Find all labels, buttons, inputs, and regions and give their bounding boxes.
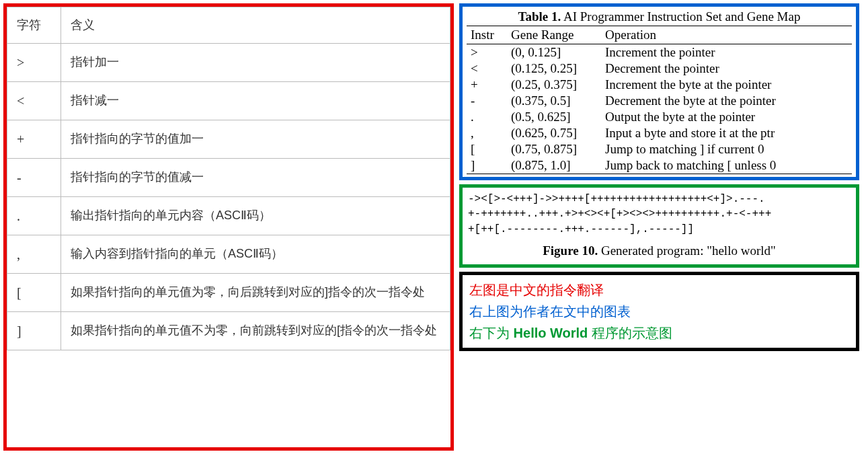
instr-cell: .: [467, 109, 507, 125]
meaning-cell: 输出指针指向的单元内容（ASCⅡ码）: [61, 196, 450, 235]
symbol-cell: >: [7, 43, 61, 81]
range-cell: (0.5, 0.625]: [507, 109, 601, 125]
instr-cell: [: [467, 141, 507, 157]
range-cell: (0.375, 0.5]: [507, 93, 601, 109]
green-figure-caption: Figure 10. Generated program: "hello wor…: [468, 242, 851, 260]
left-col1-header: 字符: [7, 7, 61, 44]
table-row: <指针减一: [7, 81, 450, 120]
table-row: +(0.25, 0.375]Increment the byte at the …: [467, 77, 852, 93]
meaning-cell: 输入内容到指针指向的单元（ASCⅡ码）: [61, 235, 450, 273]
op-cell: Decrement the pointer: [601, 61, 852, 77]
range-cell: (0.25, 0.375]: [507, 77, 601, 93]
table-row: -(0.375, 0.5]Decrement the byte at the p…: [467, 93, 852, 109]
op-cell: Increment the pointer: [601, 44, 852, 61]
blue-title-rest: AI Programmer Instruction Set and Gene M…: [561, 9, 800, 24]
instr-cell: -: [467, 93, 507, 109]
symbol-cell: ,: [7, 235, 61, 273]
table-row: >指针加一: [7, 43, 450, 81]
op-cell: Jump to matching ] if current 0: [601, 141, 852, 157]
green-caption-rest: Generated program: "hello world": [598, 243, 776, 258]
table-row: [如果指针指向的单元值为零，向后跳转到对应的]指令的次一指令处: [7, 273, 450, 311]
legend-blue-line: 右上图为作者在文中的图表: [469, 301, 849, 322]
op-cell: Jump back to matching [ unless 0: [601, 157, 852, 174]
meaning-cell: 如果指针指向的单元值为零，向后跳转到对应的]指令的次一指令处: [61, 273, 450, 311]
op-cell: Output the byte at the pointer: [601, 109, 852, 125]
op-cell: Increment the byte at the pointer: [601, 77, 852, 93]
legend-green-line: 右下为 Hello World 程序的示意图: [469, 322, 849, 344]
chinese-instruction-table: 字符 含义 >指针加一 <指针减一 +指针指向的字节的值加一 -指针指向的字节的…: [7, 7, 450, 350]
legend-green-suffix: 程序的示意图: [588, 326, 672, 340]
instr-cell: >: [467, 44, 507, 61]
gene-col1-header: Instr: [467, 26, 507, 44]
gene-map-table: Instr Gene Range Operation >(0, 0.125]In…: [467, 26, 852, 174]
left-red-panel: 字符 含义 >指针加一 <指针减一 +指针指向的字节的值加一 -指针指向的字节的…: [3, 3, 454, 451]
symbol-cell: +: [7, 120, 61, 158]
range-cell: (0, 0.125]: [507, 44, 601, 61]
table-row: ,输入内容到指针指向的单元（ASCⅡ码）: [7, 235, 450, 273]
range-cell: (0.875, 1.0]: [507, 157, 601, 174]
table-row: .输出指针指向的单元内容（ASCⅡ码）: [7, 196, 450, 235]
range-cell: (0.625, 0.75]: [507, 125, 601, 141]
instr-cell: <: [467, 61, 507, 77]
meaning-cell: 指针指向的字节的值减一: [61, 158, 450, 196]
symbol-cell: .: [7, 196, 61, 235]
symbol-cell: -: [7, 158, 61, 196]
instr-cell: ,: [467, 125, 507, 141]
instr-cell: ]: [467, 157, 507, 174]
green-code-panel: -><[>-<+++]->>++++[++++++++++++++++++<+]…: [459, 184, 859, 268]
blue-table-title: Table 1. AI Programmer Instruction Set a…: [467, 7, 852, 26]
meaning-cell: 指针减一: [61, 81, 450, 120]
gene-col2-header: Gene Range: [507, 26, 601, 44]
symbol-cell: <: [7, 81, 61, 120]
instr-cell: +: [467, 77, 507, 93]
meaning-cell: 指针加一: [61, 43, 450, 81]
code-line: +-+++++++..+++.+>+<><+[+><><>++++++++++.…: [468, 206, 851, 221]
symbol-cell: ]: [7, 311, 61, 350]
code-line: -><[>-<+++]->>++++[++++++++++++++++++<+]…: [468, 192, 851, 206]
table-row: +指针指向的字节的值加一: [7, 120, 450, 158]
gene-col3-header: Operation: [601, 26, 852, 44]
blue-title-bold: Table 1.: [518, 9, 561, 24]
blue-table-panel: Table 1. AI Programmer Instruction Set a…: [459, 3, 859, 180]
legend-green-bold: Hello World: [514, 326, 588, 340]
table-row: .(0.5, 0.625]Output the byte at the poin…: [467, 109, 852, 125]
op-cell: Decrement the byte at the pointer: [601, 93, 852, 109]
blue-bottom-rule: [467, 174, 852, 174]
table-row: ,(0.625, 0.75]Input a byte and store it …: [467, 125, 852, 141]
legend-green-prefix: 右下为: [469, 326, 514, 340]
table-row: -指针指向的字节的值减一: [7, 158, 450, 196]
table-row: ](0.875, 1.0]Jump back to matching [ unl…: [467, 157, 852, 174]
legend-red-line: 左图是中文的指令翻译: [469, 279, 849, 301]
meaning-cell: 如果指针指向的单元值不为零，向前跳转到对应的[指令的次一指令处: [61, 311, 450, 350]
op-cell: Input a byte and store it at the ptr: [601, 125, 852, 141]
green-caption-bold: Figure 10.: [543, 243, 598, 258]
symbol-cell: [: [7, 273, 61, 311]
table-row: >(0, 0.125]Increment the pointer: [467, 44, 852, 61]
table-row: <(0.125, 0.25]Decrement the pointer: [467, 61, 852, 77]
table-row: ]如果指针指向的单元值不为零，向前跳转到对应的[指令的次一指令处: [7, 311, 450, 350]
code-line: +[++[.--------.+++.------],.-----]]: [468, 222, 851, 237]
range-cell: (0.75, 0.875]: [507, 141, 601, 157]
table-row: [(0.75, 0.875]Jump to matching ] if curr…: [467, 141, 852, 157]
legend-panel: 左图是中文的指令翻译 右上图为作者在文中的图表 右下为 Hello World …: [459, 272, 859, 351]
left-col2-header: 含义: [61, 7, 450, 44]
meaning-cell: 指针指向的字节的值加一: [61, 120, 450, 158]
range-cell: (0.125, 0.25]: [507, 61, 601, 77]
